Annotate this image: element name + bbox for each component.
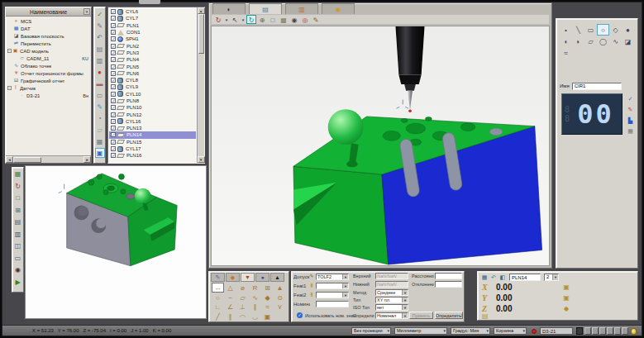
view-icon[interactable]: ◉ [289,15,299,24]
use-nominal-checkbox[interactable] [297,312,303,318]
gdt-symbol[interactable]: ⊞ [261,283,274,293]
checkbox-checked-icon[interactable] [111,132,116,137]
gdt-symbol[interactable]: ◆ [261,293,274,302]
tree-item[interactable]: ✳Отчет погрешности формы [6,69,90,77]
status-button[interactable] [592,327,599,335]
checkbox-checked-icon[interactable] [111,140,116,145]
screen-icon[interactable]: ▣ [95,148,105,158]
form-field[interactable]: NaN/NaN [375,273,408,279]
tree-item[interactable]: ▦DAT [6,25,90,32]
undo-icon[interactable]: ↶ [489,274,498,281]
feature-row[interactable]: PLN10 [109,104,196,111]
log-icon[interactable]: ▤ [482,312,489,320]
tree-item[interactable]: ⇄Переместить [6,40,90,47]
feature-row[interactable]: SPH1 [109,36,196,42]
new-doc-icon[interactable]: ▱ [95,125,105,135]
checkbox-checked-icon[interactable] [111,50,116,55]
record-indicator-icon[interactable] [532,329,537,334]
status-button[interactable] [599,327,606,335]
tab-model-view[interactable]: ◐ [212,3,246,14]
gdt-symbol[interactable]: ▲ [274,283,286,293]
checkbox-checked-icon[interactable] [111,153,116,158]
scroll-up-icon[interactable]: ▴ [198,7,205,14]
gdt-symbol[interactable]: ∟ [212,302,224,312]
table-icon[interactable]: ▥ [95,55,105,65]
rotate-icon[interactable]: ↻ [213,15,223,24]
feature-name-input[interactable] [572,83,622,90]
tree-item[interactable]: ·D3-21Вн [6,92,90,99]
gdt-symbol[interactable]: ↔ [212,283,224,293]
status-button[interactable] [622,327,628,335]
feature-row[interactable]: PLN15 [109,139,196,145]
checkbox-checked-icon[interactable] [111,36,116,41]
viewport-canvas[interactable] [211,26,550,266]
refresh-icon[interactable]: ↻ [246,15,256,24]
export-icon[interactable]: ▶ [13,278,23,288]
feature-row[interactable]: CYL6 [109,8,196,15]
units-select[interactable]: Миллиметр [394,327,447,335]
window-grip[interactable] [139,0,160,4]
expander-icon[interactable] [7,86,12,90]
curve-icon[interactable]: ∿ [609,36,622,47]
undo-icon[interactable]: ↶ [95,32,105,42]
gdt-symbol[interactable]: ⊥ [236,302,249,312]
record-icon[interactable]: ● [95,67,105,77]
confirm-icon[interactable]: ✓ [95,9,105,19]
checkbox-checked-icon[interactable] [111,30,116,35]
feature-row[interactable]: PLN8 [109,98,196,104]
grid-icon[interactable]: ▦ [95,136,105,146]
slot-icon[interactable]: ▱ [584,36,597,47]
zoom-fit-icon[interactable]: □ [268,15,278,24]
store-point-icon[interactable]: ▣ [562,283,570,291]
form-field[interactable]: XY пл. [375,297,408,303]
rotate-icon[interactable]: ↻ [13,182,23,192]
tab-report-view[interactable]: ▤ [249,3,282,14]
checkbox-checked-icon[interactable] [111,57,116,62]
tab-layout-view[interactable]: ▥ [285,3,318,14]
tree-item[interactable]: ⌖MCS [6,17,90,25]
form-field[interactable]: NaN/NaN [375,281,408,288]
feature-row[interactable]: CON1 [109,29,196,36]
sphere-icon[interactable]: ● [622,24,634,36]
surface-icon[interactable]: ◪ [622,36,634,47]
form-field[interactable] [435,273,462,279]
gdt-symbol[interactable]: ∥ [249,302,261,312]
rotate-caret-icon[interactable]: ▾ [224,15,229,24]
edit-icon[interactable]: ✎ [95,21,105,31]
feature-row[interactable]: PLN13 [109,125,196,131]
views-icon[interactable]: ▥ [13,230,23,240]
select-icon[interactable]: ↖ [230,15,240,24]
checkbox-checked-icon[interactable] [111,71,116,76]
tree-hscrollbar[interactable]: ◂ ▸ [6,155,91,163]
tree-header-menu-icon[interactable]: ▾ [83,8,90,15]
form-field[interactable]: TOLF2 [316,274,349,280]
zoom-extents-icon[interactable]: ⊞ [13,206,23,216]
eye-icon[interactable]: ◉ [13,265,23,275]
cylinder-icon[interactable]: ◖ [560,36,572,47]
window-icon[interactable]: ◫ [13,241,23,251]
tab-lab[interactable]: ▲ [270,273,284,282]
tree-item[interactable]: ⊡Графический отчет [6,77,90,84]
checkbox-checked-icon[interactable] [111,16,116,21]
status-button[interactable] [607,327,613,335]
tree-item[interactable]: ⊺Датчик [6,84,90,92]
feature-row[interactable]: CYL16 [109,118,196,125]
scroll-thumb[interactable] [13,157,41,163]
checkbox-checked-icon[interactable] [111,126,116,131]
checkbox-checked-icon[interactable] [111,64,116,69]
scroll-left-icon[interactable]: ◂ [6,156,13,163]
active-feature-input[interactable] [509,274,541,281]
scroll-down-icon[interactable]: ▾ [198,156,205,163]
form-field[interactable] [316,283,349,289]
form-field[interactable]: Среднее [375,289,408,296]
confirm-icon[interactable]: ✓ [626,95,635,103]
feature-row[interactable]: PLN1 [109,22,196,29]
gdt-symbol[interactable]: ◡ [249,312,261,321]
feature-row[interactable]: PLN5 [109,63,196,69]
stats-icon[interactable]: ▙ [626,117,635,125]
gdt-symbol[interactable]: ≈ [261,302,274,312]
fit-icon[interactable]: □ [13,193,23,203]
feature-row[interactable]: PLN6 [109,70,196,77]
angle-select[interactable]: Градус: Мин [451,327,490,335]
gdt-symbol[interactable]: ⊙ [274,293,286,302]
